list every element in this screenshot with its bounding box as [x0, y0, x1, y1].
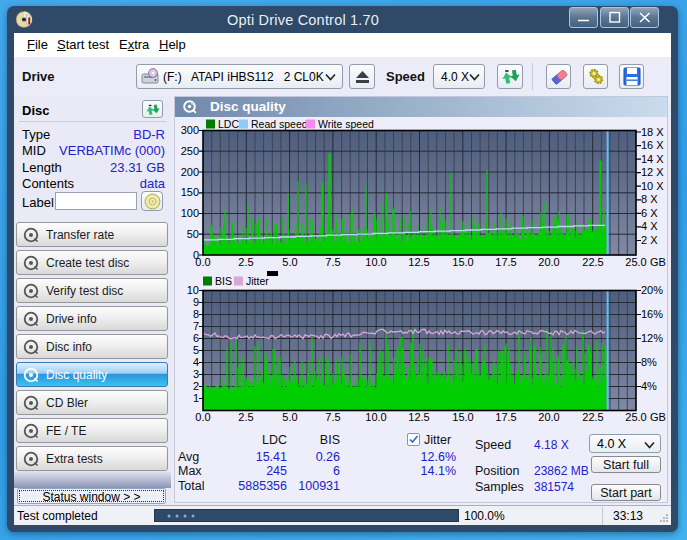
svg-text:18 X: 18 X — [641, 126, 664, 138]
svg-text:8 X: 8 X — [641, 193, 658, 205]
svg-text:GB: GB — [650, 256, 666, 268]
svg-text:22.5: 22.5 — [582, 256, 603, 268]
svg-text:7.5: 7.5 — [325, 256, 340, 268]
svg-text:300: 300 — [181, 124, 199, 136]
svg-text:0.0: 0.0 — [195, 256, 210, 268]
svg-text:150: 150 — [181, 186, 199, 198]
svg-text:12 X: 12 X — [641, 166, 664, 178]
svg-text:2: 2 — [193, 380, 199, 392]
svg-text:200: 200 — [181, 166, 199, 178]
svg-text:15.0: 15.0 — [452, 256, 473, 268]
svg-text:25.0: 25.0 — [625, 256, 646, 268]
svg-text:25.0: 25.0 — [625, 411, 646, 423]
svg-text:16%: 16% — [641, 308, 663, 320]
svg-text:3: 3 — [193, 368, 199, 380]
svg-text:12.5: 12.5 — [408, 256, 429, 268]
svg-text:16 X: 16 X — [641, 139, 664, 151]
svg-text:10: 10 — [187, 284, 199, 296]
svg-text:LDC: LDC — [218, 118, 239, 130]
svg-text:10 X: 10 X — [641, 180, 664, 192]
svg-text:1: 1 — [193, 392, 199, 404]
svg-text:0.0: 0.0 — [195, 411, 210, 423]
svg-text:Jitter: Jitter — [246, 275, 269, 287]
svg-text:BIS: BIS — [215, 275, 232, 287]
svg-text:17.5: 17.5 — [495, 256, 516, 268]
svg-text:9: 9 — [193, 296, 199, 308]
svg-text:12%: 12% — [641, 332, 663, 344]
svg-text:14 X: 14 X — [641, 153, 664, 165]
svg-text:4%: 4% — [641, 380, 657, 392]
svg-text:10.0: 10.0 — [365, 411, 386, 423]
svg-text:2.5: 2.5 — [238, 256, 253, 268]
svg-text:2.5: 2.5 — [238, 411, 253, 423]
svg-text:5.0: 5.0 — [282, 411, 297, 423]
svg-text:50: 50 — [187, 228, 199, 240]
svg-text:2 X: 2 X — [641, 234, 658, 246]
svg-text:20%: 20% — [641, 284, 663, 296]
svg-text:4 X: 4 X — [641, 220, 658, 232]
svg-text:250: 250 — [181, 145, 199, 157]
svg-text:Read speed: Read speed — [251, 118, 308, 130]
svg-text:GB: GB — [650, 411, 666, 423]
svg-text:5: 5 — [193, 344, 199, 356]
svg-text:20.0: 20.0 — [538, 256, 559, 268]
svg-text:Write speed: Write speed — [318, 118, 374, 130]
svg-text:12.5: 12.5 — [408, 411, 429, 423]
svg-text:100: 100 — [181, 207, 199, 219]
svg-text:20.0: 20.0 — [538, 411, 559, 423]
svg-text:7: 7 — [193, 320, 199, 332]
svg-text:22.5: 22.5 — [582, 411, 603, 423]
svg-text:8%: 8% — [641, 356, 657, 368]
svg-text:10.0: 10.0 — [365, 256, 386, 268]
svg-text:4: 4 — [193, 356, 199, 368]
svg-text:6: 6 — [193, 332, 199, 344]
svg-text:15.0: 15.0 — [452, 411, 473, 423]
svg-text:5.0: 5.0 — [282, 256, 297, 268]
svg-text:8: 8 — [193, 308, 199, 320]
svg-text:7.5: 7.5 — [325, 411, 340, 423]
svg-text:6 X: 6 X — [641, 207, 658, 219]
svg-text:17.5: 17.5 — [495, 411, 516, 423]
